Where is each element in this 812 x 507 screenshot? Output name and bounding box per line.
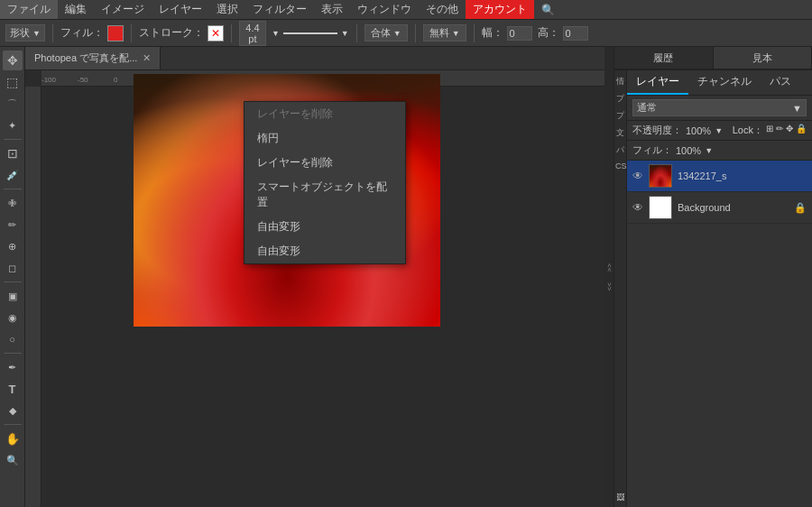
menu-image[interactable]: イメージ bbox=[94, 0, 152, 19]
opacity-value[interactable]: 100% bbox=[686, 125, 711, 136]
tool-magic-wand[interactable]: ✦ bbox=[3, 115, 23, 135]
menu-layer[interactable]: レイヤー bbox=[152, 0, 209, 19]
tool-sep4 bbox=[4, 353, 22, 354]
ctx-item-1[interactable]: 楕円 bbox=[245, 126, 405, 151]
tool-marquee[interactable]: ⬚ bbox=[3, 72, 23, 92]
menu-other[interactable]: その他 bbox=[419, 0, 466, 19]
tool-blur[interactable]: ◉ bbox=[3, 308, 23, 327]
menu-view[interactable]: 表示 bbox=[314, 0, 350, 19]
width-label: 幅： bbox=[482, 25, 503, 41]
height-value[interactable]: 0 bbox=[563, 26, 588, 41]
tool-eraser[interactable]: ◻ bbox=[3, 258, 23, 278]
tab-channels[interactable]: チャンネル bbox=[688, 70, 761, 95]
panel-separator[interactable]: << >> bbox=[604, 47, 614, 507]
main-area: ✥ ⬚ ⌒ ✦ ⊡ 💉 ✙ ✏ ⊕ ◻ ▣ ◉ ○ ✒ T ◆ ✋ 🔍 Phot… bbox=[0, 47, 812, 507]
opacity-row: 不透明度： 100% ▼ Lock： ⊞ ✏ ✥ 🔒 bbox=[627, 121, 812, 141]
lock-paint[interactable]: ✏ bbox=[776, 124, 783, 137]
icon-tab-6[interactable]: 🖼 bbox=[615, 491, 625, 503]
tab-paths[interactable]: パス bbox=[761, 70, 800, 95]
icon-tab-1[interactable]: プ bbox=[615, 91, 625, 106]
pt-value[interactable]: 4.4 pt bbox=[239, 21, 266, 46]
fill-row: フィル： 100% ▼ bbox=[627, 141, 812, 161]
layer-name-1: Background bbox=[678, 202, 789, 213]
pt-group: 4.4 pt bbox=[239, 21, 266, 46]
collapse-arrow-top[interactable]: << bbox=[605, 263, 614, 272]
tool-sep1 bbox=[4, 139, 22, 140]
icon-tab-0[interactable]: 情 bbox=[615, 74, 625, 89]
menu-select[interactable]: 選択 bbox=[209, 0, 245, 19]
height-label: 高： bbox=[538, 25, 559, 41]
line-style-group[interactable]: ▼ ▼ bbox=[272, 29, 349, 38]
menu-filter[interactable]: フィルター bbox=[245, 0, 314, 19]
icon-tab-5[interactable]: CSS bbox=[615, 160, 625, 172]
layer-eye-0[interactable]: 👁 bbox=[632, 170, 643, 182]
icon-tab-4[interactable]: パ bbox=[615, 143, 625, 158]
width-value[interactable]: 0 bbox=[507, 26, 532, 41]
line-style-dropdown[interactable]: ▼ bbox=[341, 29, 349, 38]
tool-move[interactable]: ✥ bbox=[3, 51, 23, 70]
sep2 bbox=[131, 24, 132, 42]
fill-value[interactable]: 100% bbox=[676, 145, 701, 156]
ctx-item-3[interactable]: スマートオブジェクトを配置 bbox=[245, 175, 405, 215]
tool-text[interactable]: T bbox=[3, 379, 23, 399]
menu-search[interactable]: 🔍 bbox=[534, 0, 562, 19]
layer-thumb-0 bbox=[649, 164, 672, 188]
free-btn[interactable]: 無料 ▼ bbox=[423, 24, 466, 41]
tool-eyedropper[interactable]: 💉 bbox=[3, 165, 23, 185]
tool-heal[interactable]: ✙ bbox=[3, 193, 23, 213]
stroke-group: ストローク： bbox=[139, 25, 224, 41]
tool-gradient[interactable]: ▣ bbox=[3, 286, 23, 306]
menu-account[interactable]: アカウント bbox=[466, 0, 534, 19]
stroke-color-swatch[interactable] bbox=[208, 25, 224, 41]
tool-shape[interactable]: ◆ bbox=[3, 401, 23, 420]
menu-edit[interactable]: 編集 bbox=[58, 0, 94, 19]
layer-lock-1: 🔒 bbox=[794, 202, 807, 214]
blend-mode-select[interactable]: 通常 ▼ bbox=[632, 99, 807, 116]
lock-position[interactable]: ✥ bbox=[786, 124, 793, 137]
line-dropdown[interactable]: ▼ bbox=[272, 29, 280, 38]
height-group: 高： 0 bbox=[538, 25, 588, 41]
blend-mode-arrow: ▼ bbox=[792, 103, 802, 114]
blend-mode-value: 通常 bbox=[637, 101, 657, 115]
free-chevron: ▼ bbox=[452, 29, 460, 38]
right-panel: 履歴 見本 情 プ プ 文 パ CSS 🖼 レイヤー チャンネル bbox=[614, 47, 812, 507]
icon-tab-2[interactable]: プ bbox=[615, 108, 625, 124]
fill-arrow[interactable]: ▼ bbox=[705, 146, 713, 155]
tool-clone[interactable]: ⊕ bbox=[3, 236, 23, 256]
tab-sample[interactable]: 見本 bbox=[714, 47, 813, 69]
ctx-item-4[interactable]: 自由変形 bbox=[245, 215, 405, 239]
ctx-item-5[interactable]: 自由変形 bbox=[245, 239, 405, 263]
layer-item-1[interactable]: 👁 Background 🔒 bbox=[627, 192, 812, 224]
layer-eye-1[interactable]: 👁 bbox=[632, 201, 643, 214]
tool-pen[interactable]: ✒ bbox=[3, 357, 23, 377]
collapse-arrow-bot[interactable]: >> bbox=[605, 282, 614, 290]
tool-brush[interactable]: ✏ bbox=[3, 215, 23, 235]
ctx-item-2[interactable]: レイヤーを削除 bbox=[245, 151, 405, 175]
panel-top-tabs: 履歴 見本 bbox=[614, 47, 812, 70]
shape-select-btn[interactable]: 形状 ▼ bbox=[5, 24, 45, 41]
tab-layers[interactable]: レイヤー bbox=[627, 70, 688, 95]
toolbar: 形状 ▼ フィル： ストローク： 4.4 pt ▼ ▼ 合体 ▼ 無料 ▼ 幅：… bbox=[0, 20, 812, 47]
tool-dodge[interactable]: ○ bbox=[3, 329, 23, 349]
shape-selector[interactable]: 形状 ▼ bbox=[5, 24, 45, 41]
menu-file[interactable]: ファイル bbox=[0, 0, 58, 19]
lock-all[interactable]: 🔒 bbox=[796, 124, 807, 137]
tool-lasso[interactable]: ⌒ bbox=[3, 94, 23, 114]
combine-btn[interactable]: 合体 ▼ bbox=[364, 24, 408, 41]
lock-checker[interactable]: ⊞ bbox=[766, 124, 773, 137]
layer-item-0[interactable]: 👁 1342217_s bbox=[627, 161, 812, 192]
menu-window[interactable]: ウィンドウ bbox=[350, 0, 419, 19]
tool-hand[interactable]: ✋ bbox=[3, 429, 23, 448]
tab-close[interactable]: ✕ bbox=[143, 52, 151, 64]
sep6 bbox=[474, 24, 475, 42]
tab-history[interactable]: 履歴 bbox=[614, 47, 714, 69]
document-tab[interactable]: Photopea で写真を配... ✕ bbox=[25, 47, 161, 69]
tool-zoom[interactable]: 🔍 bbox=[3, 450, 23, 470]
ctx-item-0[interactable]: レイヤーを削除 bbox=[245, 102, 405, 126]
icon-tab-3[interactable]: 文 bbox=[615, 125, 625, 141]
v-ruler bbox=[25, 87, 42, 507]
fill-color-swatch[interactable] bbox=[107, 25, 124, 41]
opacity-arrow[interactable]: ▼ bbox=[715, 126, 723, 135]
lock-icons-group: Lock： ⊞ ✏ ✥ 🔒 bbox=[733, 124, 807, 137]
tool-crop[interactable]: ⊡ bbox=[3, 143, 23, 163]
